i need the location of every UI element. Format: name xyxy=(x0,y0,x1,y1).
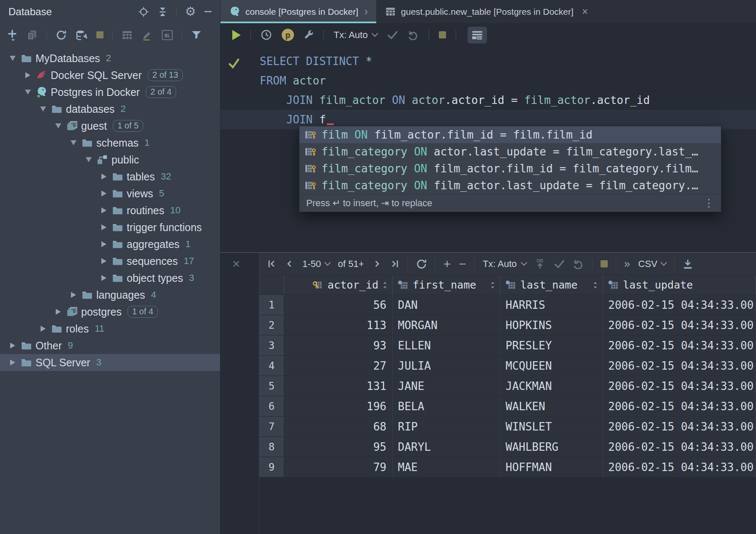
cell-last_update[interactable]: 2006-02-15 04:34:33.00 xyxy=(603,396,756,417)
sort-icon[interactable] xyxy=(490,281,495,289)
tree-item-guest[interactable]: guest1 of 5 xyxy=(0,117,220,134)
column-header-actor_id[interactable]: actor_id xyxy=(284,275,393,294)
chevron-right-icon[interactable]: › xyxy=(364,5,368,18)
chevron-collapsed-icon[interactable] xyxy=(7,343,19,349)
cell-last_name[interactable]: JACKMAN xyxy=(500,376,603,396)
first-page-icon[interactable] xyxy=(267,259,277,269)
view-data-icon[interactable] xyxy=(122,30,133,40)
tree-item-mydatabases[interactable]: MyDatabases2 xyxy=(0,50,220,67)
cell-first_name[interactable]: BELA xyxy=(393,396,500,417)
last-page-icon[interactable] xyxy=(390,259,400,269)
cell-actor_id[interactable]: 27 xyxy=(284,356,393,376)
session-icon[interactable]: p xyxy=(282,29,294,41)
cell-first_name[interactable]: JANE xyxy=(393,376,500,396)
new-datasource-icon[interactable] xyxy=(7,29,18,41)
refresh-icon[interactable] xyxy=(56,30,67,41)
tree-item-routines[interactable]: routines10 xyxy=(0,202,220,219)
previous-page-icon[interactable] xyxy=(285,259,294,269)
chevron-collapsed-icon[interactable] xyxy=(98,191,110,196)
cell-last_name[interactable]: PRESLEY xyxy=(500,335,603,356)
row-number[interactable]: 4 xyxy=(259,356,284,376)
completion-item[interactable]: film_category ON film_actor.last_update … xyxy=(299,177,721,194)
cell-actor_id[interactable]: 95 xyxy=(284,437,393,457)
cell-last_name[interactable]: HOPKINS xyxy=(500,315,603,335)
chevron-collapsed-icon[interactable] xyxy=(98,174,110,180)
history-icon[interactable] xyxy=(261,29,272,41)
close-results-icon[interactable]: × xyxy=(232,257,240,270)
tree-item-trigger-functions[interactable]: trigger functions xyxy=(0,219,220,236)
cell-last_name[interactable]: HOFFMAN xyxy=(500,457,603,477)
cell-last_update[interactable]: 2006-02-15 04:34:33.00 xyxy=(603,437,756,457)
tree-item-postgres[interactable]: postgres1 of 4 xyxy=(0,303,220,320)
tree-item-tables[interactable]: tables32 xyxy=(0,168,220,185)
row-number[interactable]: 5 xyxy=(259,376,284,396)
completion-item[interactable]: film_category ON actor.last_update = fil… xyxy=(299,143,721,160)
hide-panel-icon[interactable] xyxy=(204,11,212,12)
export-download-icon[interactable] xyxy=(683,259,693,269)
next-page-icon[interactable] xyxy=(372,259,382,269)
tab-console[interactable]: console [Postgres in Docker] › xyxy=(220,0,377,23)
cell-actor_id[interactable]: 113 xyxy=(284,315,393,335)
chevron-expanded-icon[interactable] xyxy=(7,56,19,61)
stop-icon[interactable] xyxy=(439,31,446,38)
cell-first_name[interactable]: DARYL xyxy=(393,437,500,457)
cell-first_name[interactable]: MORGAN xyxy=(393,315,500,335)
row-number[interactable]: 8 xyxy=(259,437,284,457)
jump-to-console-icon[interactable]: QL xyxy=(161,30,173,41)
cell-last_update[interactable]: 2006-02-15 04:34:33.00 xyxy=(603,376,756,396)
cell-last_update[interactable]: 2006-02-15 04:34:33.00 xyxy=(603,335,756,356)
column-header-last_name[interactable]: last_name xyxy=(500,275,603,294)
chevron-collapsed-icon[interactable] xyxy=(52,309,64,315)
chevron-collapsed-icon[interactable] xyxy=(98,275,110,281)
cell-last_name[interactable]: WAHLBERG xyxy=(500,437,603,457)
tree-item-languages[interactable]: languages4 xyxy=(0,286,220,303)
tree-item-aggregates[interactable]: aggregates1 xyxy=(0,236,220,253)
collapse-all-icon[interactable] xyxy=(158,6,168,17)
row-number[interactable]: 7 xyxy=(259,417,284,437)
commit-icon[interactable] xyxy=(387,30,398,40)
cell-actor_id[interactable]: 68 xyxy=(284,417,393,437)
chevron-expanded-icon[interactable] xyxy=(37,106,49,112)
chevron-expanded-icon[interactable] xyxy=(22,90,34,95)
rollback-icon[interactable] xyxy=(408,30,419,40)
tree-item-roles[interactable]: roles11 xyxy=(0,320,220,337)
cell-actor_id[interactable]: 196 xyxy=(284,396,393,417)
chevron-expanded-icon[interactable] xyxy=(52,123,64,128)
chevron-collapsed-icon[interactable] xyxy=(98,224,110,230)
cell-last_name[interactable]: HARRIS xyxy=(500,295,603,315)
cell-last_name[interactable]: WINSLET xyxy=(500,417,603,437)
cell-last_update[interactable]: 2006-02-15 04:34:33.00 xyxy=(603,315,756,335)
completion-item[interactable]: film ON film_actor.film_id = film.film_i… xyxy=(299,126,721,143)
stop-icon[interactable] xyxy=(96,31,103,38)
cell-last_update[interactable]: 2006-02-15 04:34:33.00 xyxy=(603,457,756,477)
settings-gear-icon[interactable]: ⚙ xyxy=(185,5,196,18)
export-format-select[interactable]: CSV xyxy=(638,259,666,270)
edit-icon[interactable] xyxy=(141,30,152,41)
more-options-icon[interactable]: ⋮ xyxy=(704,197,714,209)
page-size-select[interactable]: 1-50 xyxy=(302,259,330,270)
cell-first_name[interactable]: MAE xyxy=(393,457,500,477)
chevron-collapsed-icon[interactable] xyxy=(7,360,19,365)
tree-item-object-types[interactable]: object types3 xyxy=(0,270,220,286)
column-header-first_name[interactable]: first_name xyxy=(393,275,500,294)
close-icon[interactable]: × xyxy=(582,5,588,18)
tx-mode-select[interactable]: Tx: Auto xyxy=(483,259,526,270)
delete-row-icon[interactable]: − xyxy=(459,258,466,270)
tree-item-sql-server[interactable]: SQL Server3 xyxy=(0,354,220,371)
row-number[interactable]: 9 xyxy=(259,457,284,477)
commit-icon[interactable] xyxy=(554,259,565,269)
settings-wrench-icon[interactable] xyxy=(304,30,314,40)
chevron-collapsed-icon[interactable] xyxy=(98,241,110,247)
data-source-properties-icon[interactable] xyxy=(76,30,87,41)
add-row-icon[interactable]: + xyxy=(443,258,451,270)
chevron-collapsed-icon[interactable] xyxy=(98,258,110,264)
cell-first_name[interactable]: DAN xyxy=(393,295,500,315)
cell-actor_id[interactable]: 93 xyxy=(284,335,393,356)
locate-icon[interactable] xyxy=(138,6,149,17)
tree-item-sequences[interactable]: sequences17 xyxy=(0,253,220,270)
cell-first_name[interactable]: JULIA xyxy=(393,356,500,376)
cell-last_update[interactable]: 2006-02-15 04:34:33.00 xyxy=(603,356,756,376)
rollback-icon[interactable] xyxy=(573,259,584,269)
stop-icon[interactable] xyxy=(601,260,608,267)
chevron-expanded-icon[interactable] xyxy=(68,140,79,145)
